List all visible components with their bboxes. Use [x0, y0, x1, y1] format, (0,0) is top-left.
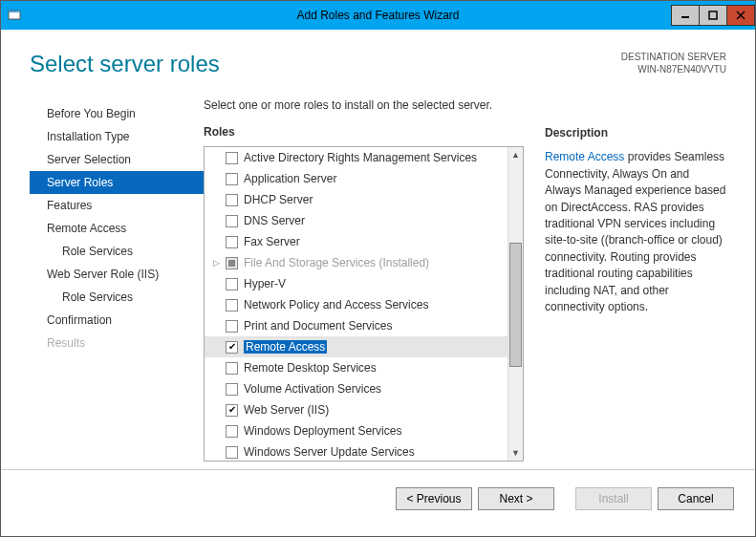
wizard-icon	[1, 1, 28, 30]
minimize-button[interactable]	[671, 5, 700, 26]
sidebar-item: Results	[30, 332, 204, 354]
role-label: Volume Activation Services	[244, 382, 381, 396]
sidebar-item[interactable]: Before You Begin	[30, 102, 204, 125]
window-title: Add Roles and Features Wizard	[1, 9, 755, 22]
role-checkbox[interactable]	[226, 425, 238, 438]
sidebar-item[interactable]: Server Roles	[30, 171, 204, 194]
destination-server-info: DESTINATION SERVER WIN-N87EN40VVTU	[621, 51, 726, 75]
role-item[interactable]: Remote Access	[205, 336, 508, 357]
description-heading: Description	[545, 125, 726, 141]
role-checkbox[interactable]	[226, 320, 238, 333]
next-button[interactable]: Next >	[478, 487, 554, 510]
role-checkbox[interactable]	[226, 173, 238, 185]
sidebar-item[interactable]: Confirmation	[30, 309, 204, 332]
role-item[interactable]: Remote Desktop Services	[205, 357, 508, 378]
role-label: Remote Access	[244, 340, 327, 354]
roles-heading: Roles	[204, 125, 524, 139]
role-checkbox[interactable]	[226, 446, 238, 459]
role-label: Network Policy and Access Services	[244, 298, 428, 311]
role-item[interactable]: Web Server (IIS)	[205, 399, 508, 420]
svg-rect-3	[709, 11, 717, 19]
instruction-text: Select one or more roles to install on t…	[204, 98, 726, 112]
page-title: Select server roles	[30, 51, 220, 77]
sidebar-item[interactable]: Server Selection	[30, 148, 204, 171]
role-item[interactable]: Volume Activation Services	[205, 378, 508, 399]
description-body: provides Seamless Connectivity, Always O…	[545, 150, 725, 313]
role-label: Windows Server Update Services	[244, 445, 415, 459]
scroll-thumb[interactable]	[509, 243, 522, 367]
sidebar-item[interactable]: Installation Type	[30, 125, 204, 148]
role-checkbox[interactable]	[226, 152, 238, 164]
sidebar-item[interactable]: Web Server Role (IIS)	[30, 263, 204, 286]
role-item[interactable]: Application Server	[205, 168, 508, 189]
roles-listbox[interactable]: Active Directory Rights Management Servi…	[204, 146, 524, 462]
description-link: Remote Access	[545, 150, 624, 163]
role-label: Print and Document Services	[244, 319, 392, 333]
role-label: Fax Server	[244, 235, 300, 248]
role-checkbox[interactable]	[226, 236, 238, 248]
maximize-button[interactable]	[699, 5, 727, 26]
role-item[interactable]: Print and Document Services	[205, 315, 508, 336]
role-checkbox[interactable]	[226, 257, 238, 269]
role-item[interactable]: Active Directory Rights Management Servi…	[205, 147, 508, 168]
destination-server-name: WIN-N87EN40VVTU	[621, 63, 726, 75]
role-item[interactable]: Network Policy and Access Services	[205, 294, 508, 315]
close-button[interactable]	[726, 5, 755, 26]
wizard-steps-sidebar: Before You BeginInstallation TypeServer …	[30, 98, 204, 462]
sidebar-item[interactable]: Remote Access	[30, 217, 204, 240]
svg-rect-1	[9, 11, 20, 12]
role-label: DHCP Server	[244, 193, 313, 206]
role-label: Active Directory Rights Management Servi…	[244, 151, 477, 164]
sidebar-item[interactable]: Role Services	[30, 240, 204, 263]
role-label: Windows Deployment Services	[244, 424, 401, 438]
description-text: Remote Access provides Seamless Connecti…	[545, 149, 726, 315]
install-button: Install	[575, 487, 652, 510]
sidebar-item[interactable]: Features	[30, 194, 204, 217]
role-checkbox[interactable]	[226, 404, 238, 417]
role-item[interactable]: DNS Server	[205, 210, 508, 231]
sidebar-item[interactable]: Role Services	[30, 286, 204, 309]
scroll-down-icon[interactable]: ▼	[508, 445, 523, 461]
role-checkbox[interactable]	[226, 383, 238, 396]
previous-button[interactable]: < Previous	[396, 487, 472, 510]
role-item[interactable]: DHCP Server	[205, 189, 508, 210]
role-item[interactable]: Windows Deployment Services	[205, 420, 508, 441]
role-checkbox[interactable]	[226, 341, 238, 354]
role-label: Web Server (IIS)	[244, 403, 329, 417]
footer-buttons: < Previous Next > Install Cancel	[1, 469, 755, 526]
role-label: DNS Server	[244, 214, 305, 227]
role-checkbox[interactable]	[226, 215, 238, 227]
scrollbar[interactable]: ▲ ▼	[508, 147, 523, 461]
role-label: Hyper-V	[244, 277, 286, 290]
role-checkbox[interactable]	[226, 278, 238, 290]
role-checkbox[interactable]	[226, 362, 238, 375]
scroll-up-icon[interactable]: ▲	[508, 147, 523, 162]
expander-icon[interactable]: ▷	[210, 258, 222, 268]
role-checkbox[interactable]	[226, 299, 238, 311]
destination-label: DESTINATION SERVER	[621, 51, 726, 63]
role-item[interactable]: Fax Server	[205, 231, 508, 252]
role-item[interactable]: Hyper-V	[205, 273, 508, 294]
role-label: Application Server	[244, 172, 336, 185]
role-label: File And Storage Services (Installed)	[244, 256, 429, 269]
title-bar: Add Roles and Features Wizard	[1, 1, 755, 30]
role-item[interactable]: Windows Server Update Services	[205, 441, 508, 461]
role-item[interactable]: ▷File And Storage Services (Installed)	[205, 252, 508, 273]
role-checkbox[interactable]	[226, 194, 238, 206]
role-label: Remote Desktop Services	[244, 361, 377, 375]
cancel-button[interactable]: Cancel	[658, 487, 734, 510]
